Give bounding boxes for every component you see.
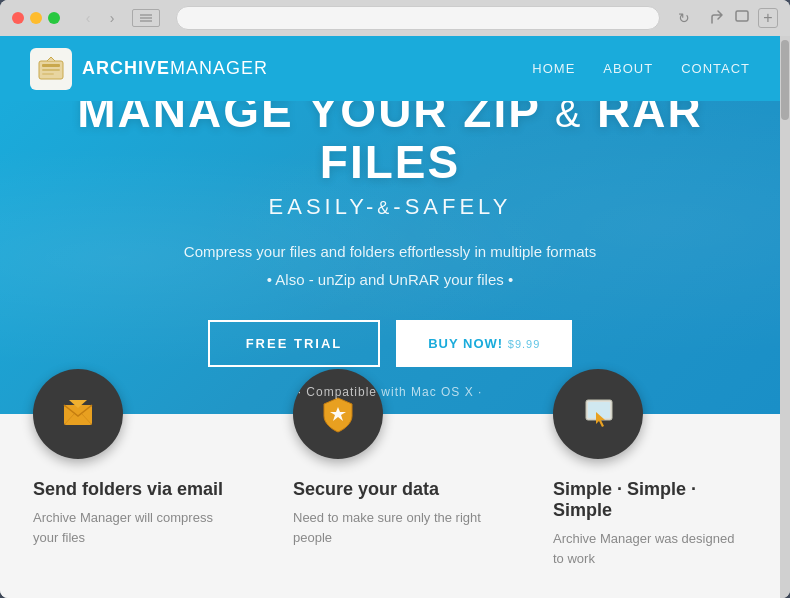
share-icon[interactable]	[708, 9, 724, 28]
hero-buttons: FREE TRIAL BUY NOW! $9.99	[40, 320, 740, 367]
logo-area: ARCHIVEMANAGER	[30, 48, 268, 90]
feature-secure: Secure your data Need to make sure only …	[273, 414, 507, 557]
tab-overview-icon[interactable]	[132, 9, 160, 27]
hero-subtitle: EASILY-&-SAFELY	[40, 194, 740, 220]
address-bar[interactable]	[176, 6, 660, 30]
website: ARCHIVEMANAGER HOME ABOUT CONTACT MANAGE…	[0, 36, 780, 598]
hero-title: MANAGE YOUR ZIP & RAR FILES	[40, 101, 740, 188]
back-button[interactable]: ‹	[80, 10, 96, 26]
feature-simple: Simple · Simple · Simple Archive Manager…	[533, 414, 767, 578]
tabs-icon[interactable]	[734, 9, 750, 28]
browser-frame: ‹ › ↻ +	[0, 0, 790, 598]
logo-icon	[30, 48, 72, 90]
features-section: Send folders via email Archive Manager w…	[0, 414, 780, 598]
scrollbar-thumb[interactable]	[781, 40, 789, 120]
nav-contact[interactable]: CONTACT	[681, 61, 750, 76]
browser-content-wrapper: ARCHIVEMANAGER HOME ABOUT CONTACT MANAGE…	[0, 36, 790, 598]
nav-home[interactable]: HOME	[532, 61, 575, 76]
feature-email: Send folders via email Archive Manager w…	[13, 414, 247, 557]
compatibility-text: · Compatible with Mac OS X ·	[40, 385, 740, 399]
browser-actions	[708, 9, 750, 28]
new-tab-button[interactable]: +	[758, 8, 778, 28]
hero-section: MANAGE YOUR ZIP & RAR FILES EASILY-&-SAF…	[0, 101, 780, 414]
hero-content: MANAGE YOUR ZIP & RAR FILES EASILY-&-SAF…	[40, 101, 740, 399]
scrollbar[interactable]	[780, 36, 790, 598]
feature-secure-desc: Need to make sure only the right people	[293, 508, 487, 547]
reload-icon[interactable]: ↻	[676, 10, 692, 26]
close-button[interactable]	[12, 12, 24, 24]
svg-rect-0	[736, 11, 748, 21]
feature-secure-title: Secure your data	[293, 479, 439, 500]
browser-buttons	[12, 12, 60, 24]
browser-titlebar: ‹ › ↻ +	[0, 0, 790, 36]
feature-simple-title: Simple · Simple · Simple	[553, 479, 747, 521]
free-trial-button[interactable]: FREE TRIAL	[208, 320, 381, 367]
hero-description: Compress your files and folders effortle…	[40, 240, 740, 292]
svg-rect-4	[42, 73, 54, 75]
logo-text: ARCHIVEMANAGER	[82, 58, 268, 79]
minimize-button[interactable]	[30, 12, 42, 24]
feature-simple-desc: Archive Manager was designed to work	[553, 529, 747, 568]
feature-email-desc: Archive Manager will compress your files	[33, 508, 227, 547]
feature-email-title: Send folders via email	[33, 479, 223, 500]
buy-now-button[interactable]: BUY NOW! $9.99	[396, 320, 572, 367]
forward-button[interactable]: ›	[104, 10, 120, 26]
svg-rect-2	[42, 64, 60, 67]
svg-rect-3	[42, 69, 60, 71]
maximize-button[interactable]	[48, 12, 60, 24]
site-nav: HOME ABOUT CONTACT	[532, 61, 750, 76]
browser-nav: ‹ ›	[80, 9, 160, 27]
site-header: ARCHIVEMANAGER HOME ABOUT CONTACT	[0, 36, 780, 101]
nav-about[interactable]: ABOUT	[603, 61, 653, 76]
